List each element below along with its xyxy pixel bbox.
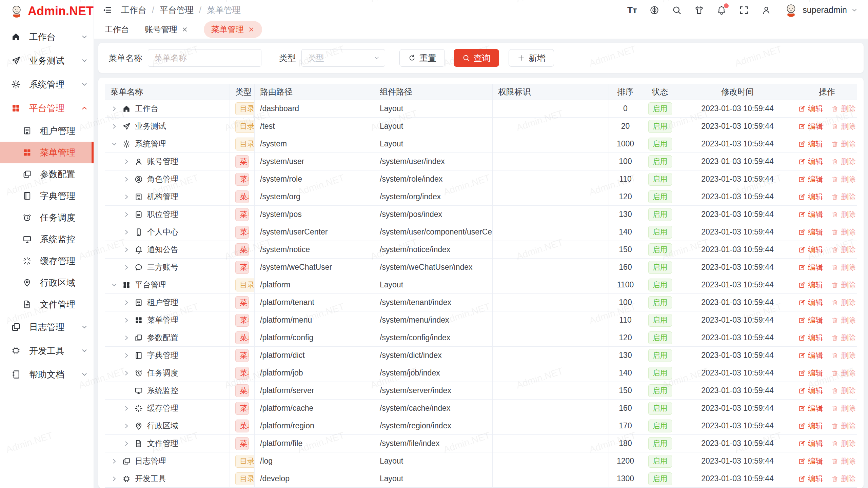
- fullscreen-button[interactable]: [739, 5, 749, 15]
- delete-button[interactable]: 删除: [831, 350, 856, 361]
- sidebar-item-param-config[interactable]: 参数配置: [0, 163, 94, 185]
- expand-row-icon[interactable]: [123, 246, 130, 253]
- sidebar-item-dict-mgmt[interactable]: 字典管理: [0, 185, 94, 207]
- delete-button[interactable]: 删除: [831, 104, 856, 114]
- edit-button[interactable]: 编辑: [798, 298, 823, 308]
- search-button[interactable]: 查询: [454, 49, 499, 67]
- expand-row-icon[interactable]: [123, 440, 130, 447]
- delete-button[interactable]: 删除: [831, 174, 856, 184]
- edit-button[interactable]: 编辑: [798, 474, 823, 484]
- menu-fold-icon[interactable]: [102, 5, 112, 15]
- expand-row-icon[interactable]: [123, 352, 130, 359]
- delete-button[interactable]: 删除: [831, 121, 856, 131]
- add-button[interactable]: 新增: [509, 49, 554, 67]
- reset-button[interactable]: 重置: [399, 49, 445, 67]
- edit-button[interactable]: 编辑: [798, 421, 823, 431]
- edit-button[interactable]: 编辑: [798, 121, 823, 131]
- expand-row-icon[interactable]: [111, 123, 118, 130]
- delete-button[interactable]: 删除: [831, 245, 856, 255]
- expand-row-icon[interactable]: [123, 405, 130, 412]
- delete-button[interactable]: 删除: [831, 368, 856, 378]
- edit-button[interactable]: 编辑: [798, 192, 823, 202]
- edit-button[interactable]: 编辑: [798, 209, 823, 220]
- delete-button[interactable]: 删除: [831, 192, 856, 202]
- sidebar-item-menu-mgmt[interactable]: 菜单管理: [0, 142, 94, 163]
- delete-button[interactable]: 删除: [831, 403, 856, 413]
- edit-button[interactable]: 编辑: [798, 262, 823, 272]
- edit-button[interactable]: 编辑: [798, 333, 823, 343]
- edit-button[interactable]: 编辑: [798, 368, 823, 378]
- expand-row-icon[interactable]: [111, 458, 118, 465]
- delete-button[interactable]: 删除: [831, 386, 856, 396]
- sidebar-item-log-mgmt[interactable]: 日志管理: [0, 315, 94, 339]
- user-menu[interactable]: superadmin: [784, 3, 858, 18]
- expand-row-icon[interactable]: [123, 211, 130, 218]
- type-select[interactable]: 类型: [301, 49, 385, 67]
- delete-button[interactable]: 删除: [831, 262, 856, 272]
- sidebar-item-tenant-mgmt[interactable]: 租户管理: [0, 120, 94, 142]
- expand-row-icon[interactable]: [123, 422, 130, 430]
- delete-button[interactable]: 删除: [831, 474, 856, 484]
- expand-row-icon[interactable]: [123, 264, 130, 271]
- font-size-button[interactable]: Tт: [627, 5, 637, 15]
- delete-button[interactable]: 删除: [831, 439, 856, 449]
- delete-button[interactable]: 删除: [831, 280, 856, 290]
- profile-button[interactable]: [761, 5, 771, 15]
- expand-row-icon[interactable]: [123, 228, 130, 236]
- expand-row-icon[interactable]: [123, 317, 130, 324]
- edit-button[interactable]: 编辑: [798, 386, 823, 396]
- menu-name-input[interactable]: [148, 49, 261, 67]
- delete-button[interactable]: 删除: [831, 157, 856, 167]
- tab-1[interactable]: 账号管理: [145, 24, 188, 35]
- sidebar-item-dev-tools[interactable]: 开发工具: [0, 339, 94, 363]
- sidebar-item-system-mgmt[interactable]: 系统管理: [0, 73, 94, 96]
- delete-button[interactable]: 删除: [831, 333, 856, 343]
- sidebar-item-business-test[interactable]: 业务测试: [0, 49, 94, 73]
- expand-row-icon[interactable]: [123, 176, 130, 183]
- delete-button[interactable]: 删除: [831, 456, 856, 466]
- sidebar-item-platform-mgmt[interactable]: 平台管理: [0, 96, 94, 120]
- translate-button[interactable]: [649, 5, 659, 15]
- sidebar-item-help-docs[interactable]: 帮助文档: [0, 363, 94, 386]
- edit-button[interactable]: 编辑: [798, 139, 823, 149]
- sidebar-item-task-schedule[interactable]: 任务调度: [0, 207, 94, 228]
- sidebar-item-file-mgmt[interactable]: 文件管理: [0, 293, 94, 315]
- sidebar-item-cache-mgmt[interactable]: 缓存管理: [0, 250, 94, 272]
- expand-row-icon[interactable]: [123, 299, 130, 306]
- expand-row-icon[interactable]: [111, 105, 118, 113]
- delete-button[interactable]: 删除: [831, 139, 856, 149]
- expand-row-icon[interactable]: [123, 193, 130, 201]
- delete-button[interactable]: 删除: [831, 209, 856, 220]
- expand-row-icon[interactable]: [111, 475, 118, 483]
- expand-row-icon[interactable]: [123, 158, 130, 165]
- edit-button[interactable]: 编辑: [798, 350, 823, 361]
- tab-0[interactable]: 工作台: [105, 24, 129, 35]
- search-button[interactable]: [672, 5, 682, 15]
- close-icon[interactable]: [181, 26, 188, 33]
- sidebar-item-workbench[interactable]: 工作台: [0, 25, 94, 49]
- edit-button[interactable]: 编辑: [798, 174, 823, 184]
- expand-row-icon[interactable]: [123, 369, 130, 377]
- collapse-row-icon[interactable]: [111, 281, 118, 289]
- edit-button[interactable]: 编辑: [798, 403, 823, 413]
- edit-button[interactable]: 编辑: [798, 157, 823, 167]
- theme-button[interactable]: [694, 5, 704, 15]
- sidebar-item-admin-region[interactable]: 行政区域: [0, 272, 94, 293]
- edit-button[interactable]: 编辑: [798, 456, 823, 466]
- breadcrumb-item-platform[interactable]: 平台管理: [160, 4, 194, 16]
- notifications-button[interactable]: [716, 5, 727, 15]
- collapse-row-icon[interactable]: [111, 140, 118, 148]
- delete-button[interactable]: 删除: [831, 421, 856, 431]
- delete-button[interactable]: 删除: [831, 298, 856, 308]
- close-icon[interactable]: [248, 26, 255, 33]
- expand-row-icon[interactable]: [123, 334, 130, 342]
- breadcrumb-item-workbench[interactable]: 工作台: [121, 4, 146, 16]
- edit-button[interactable]: 编辑: [798, 104, 823, 114]
- edit-button[interactable]: 编辑: [798, 315, 823, 325]
- edit-button[interactable]: 编辑: [798, 280, 823, 290]
- edit-button[interactable]: 编辑: [798, 439, 823, 449]
- edit-button[interactable]: 编辑: [798, 245, 823, 255]
- delete-button[interactable]: 删除: [831, 227, 856, 237]
- edit-button[interactable]: 编辑: [798, 227, 823, 237]
- delete-button[interactable]: 删除: [831, 315, 856, 325]
